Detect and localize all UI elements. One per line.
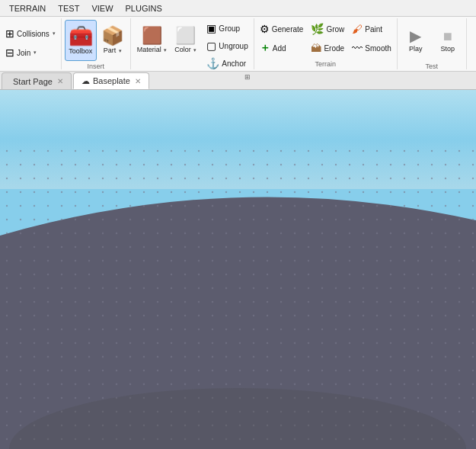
grow-button[interactable]: 🌿 Grow <box>308 20 347 38</box>
toolbox-icon: 🧰 <box>69 26 93 46</box>
group-label: Group <box>219 24 240 33</box>
terrain-col2: 🌿 Grow 🏔 Erode <box>308 20 347 57</box>
ungroup-label: Ungroup <box>219 42 248 50</box>
part-dropdown-arrow: ▾ <box>119 48 122 53</box>
anchor-icon: ⚓ <box>206 57 219 69</box>
play-label: Play <box>409 45 423 53</box>
tab-start-page[interactable]: Start Page ✕ <box>2 72 72 89</box>
collisions-button[interactable]: ⊞ Collisions ▾ <box>3 25 58 42</box>
tab-baseplate-close[interactable]: ✕ <box>135 77 141 85</box>
generate-button[interactable]: ⚙ Generate <box>257 20 306 38</box>
play-icon: ▶ <box>410 28 421 43</box>
tab-start-page-close[interactable]: ✕ <box>57 77 63 85</box>
join-button[interactable]: ⊟ Join ▾ <box>3 44 39 61</box>
part-button[interactable]: 📦 Part ▾ <box>98 20 127 61</box>
material-button[interactable]: 🟫 Material ▾ <box>134 20 171 61</box>
edit-actions-col: ▣ Group ▢ Ungroup ⚓ Anchor <box>204 20 250 72</box>
add-icon: ＋ <box>260 41 270 55</box>
paint-button[interactable]: 🖌 Paint <box>350 20 393 38</box>
tab-baseplate[interactable]: ☁ Baseplate ✕ <box>73 72 149 89</box>
material-label: Material ▾ <box>137 46 168 53</box>
toolbox-label: Toolbox <box>69 47 92 55</box>
color-icon: ⬜ <box>175 27 196 44</box>
material-dropdown-arrow: ▾ <box>164 47 167 53</box>
edit-expand-icon[interactable]: ⊞ <box>244 73 251 81</box>
material-icon: 🟫 <box>142 27 162 44</box>
anchor-label: Anchor <box>222 59 246 68</box>
ungroup-button[interactable]: ▢ Ungroup <box>204 37 250 54</box>
terrain-svg <box>0 144 476 449</box>
collisions-dropdown-arrow: ▾ <box>53 30 56 37</box>
grow-icon: 🌿 <box>311 23 324 35</box>
part-label: Part ▾ <box>104 47 122 54</box>
stop-label: Stop <box>441 45 455 53</box>
terrain-col3: 🖌 Paint 〰 Smooth <box>350 20 393 57</box>
ribbon-group-insert: 🧰 Toolbox 📦 Part ▾ Insert <box>62 18 131 69</box>
smooth-icon: 〰 <box>352 42 363 54</box>
ribbon-group-terrain: ⚙ Generate ＋ Add 🌿 Grow 🏔 Erode <box>254 18 398 69</box>
join-label: Join <box>17 49 30 57</box>
stop-icon: ■ <box>443 28 452 43</box>
join-dropdown-arrow: ▾ <box>34 50 37 56</box>
ribbon-group-test-label: Test <box>401 63 463 70</box>
color-button[interactable]: ⬜ Color ▾ <box>171 20 200 61</box>
erode-button[interactable]: 🏔 Erode <box>308 39 347 57</box>
ungroup-icon: ▢ <box>206 40 216 52</box>
tab-baseplate-label: Baseplate <box>93 76 130 85</box>
menu-test[interactable]: TEST <box>52 2 85 14</box>
ribbon-group-insert-label: Insert <box>65 63 127 70</box>
stop-button[interactable]: ■ Stop <box>433 20 463 61</box>
ribbon-group-test: ▶ Play ■ Stop Test <box>398 18 467 69</box>
ribbon: ⊞ Collisions ▾ ⊟ Join ▾ 🧰 Toolbox 📦 <box>0 17 476 72</box>
collisions-icon: ⊞ <box>5 27 14 40</box>
ribbon-group-edit: 🟫 Material ▾ ⬜ Color ▾ ▣ Group <box>131 18 254 69</box>
toolbox-button[interactable]: 🧰 Toolbox <box>65 20 97 61</box>
collisions-label: Collisions <box>17 30 50 38</box>
tab-start-page-label: Start Page <box>13 77 53 86</box>
smooth-button[interactable]: 〰 Smooth <box>350 39 393 57</box>
join-icon: ⊟ <box>5 47 14 59</box>
ribbon-group-edit-label: Edit ⊞ <box>134 73 251 81</box>
smooth-label: Smooth <box>365 44 391 53</box>
group-icon: ▣ <box>206 22 216 34</box>
erode-label: Erode <box>324 44 344 53</box>
baseplate-icon: ☁ <box>81 76 90 86</box>
anchor-button[interactable]: ⚓ Anchor <box>204 55 250 72</box>
ribbon-group-transform: ⊞ Collisions ▾ ⊟ Join ▾ <box>0 18 62 69</box>
play-button[interactable]: ▶ Play <box>401 20 431 61</box>
part-icon: 📦 <box>101 27 124 45</box>
generate-icon: ⚙ <box>260 23 270 35</box>
menu-terrain[interactable]: TERRAIN <box>3 2 52 14</box>
ribbon-group-terrain-label: Terrain <box>257 60 394 68</box>
color-dropdown-arrow: ▾ <box>193 47 196 53</box>
erode-icon: 🏔 <box>311 42 321 54</box>
menu-bar: TERRAIN TEST VIEW PLUGINS <box>0 0 476 17</box>
add-button[interactable]: ＋ Add <box>257 39 306 57</box>
group-button[interactable]: ▣ Group <box>204 20 250 37</box>
paint-icon: 🖌 <box>352 23 363 35</box>
color-label: Color ▾ <box>174 46 196 53</box>
menu-view[interactable]: VIEW <box>85 2 119 14</box>
add-label: Add <box>273 44 286 53</box>
generate-label: Generate <box>272 25 304 34</box>
terrain-col1: ⚙ Generate ＋ Add <box>257 20 306 57</box>
menu-plugins[interactable]: PLUGINS <box>120 2 168 14</box>
paint-label: Paint <box>365 25 382 34</box>
viewport[interactable] <box>0 90 476 449</box>
grow-label: Grow <box>326 25 344 34</box>
